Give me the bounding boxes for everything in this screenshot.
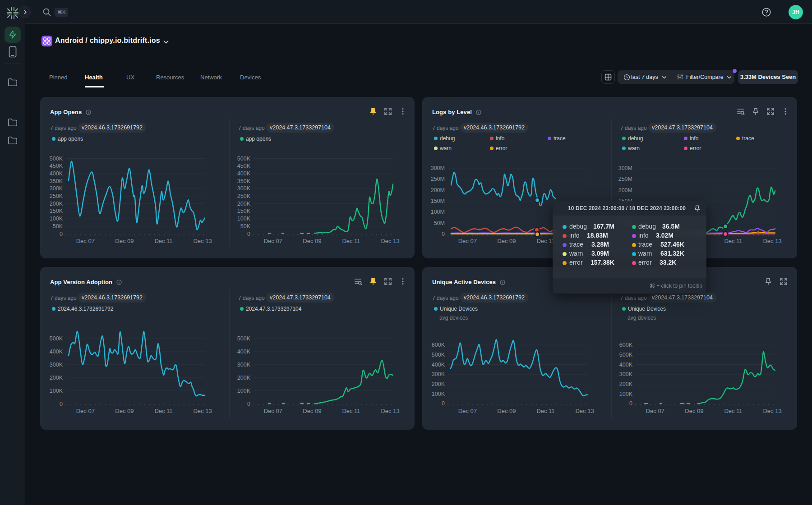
svg-text:Dec 11: Dec 11: [536, 408, 554, 414]
svg-text:Dec 13: Dec 13: [381, 408, 399, 414]
svg-text:Dec 09: Dec 09: [303, 238, 321, 244]
svg-text:Dec 13: Dec 13: [193, 238, 212, 244]
svg-text:100M: 100M: [431, 209, 445, 215]
svg-text:500K: 500K: [50, 156, 63, 162]
svg-text:100K: 100K: [50, 388, 63, 394]
svg-text:Dec 11: Dec 11: [536, 238, 554, 244]
svg-text:350K: 350K: [50, 178, 63, 184]
svg-text:350K: 350K: [237, 178, 251, 184]
svg-text:200K: 200K: [619, 381, 633, 387]
svg-text:Dec 07: Dec 07: [264, 408, 282, 414]
svg-text:Dec 11: Dec 11: [154, 408, 172, 414]
svg-text:300K: 300K: [432, 371, 445, 377]
svg-text:Dec 09: Dec 09: [115, 408, 134, 414]
svg-text:250M: 250M: [618, 176, 632, 182]
svg-text:Dec 13: Dec 13: [763, 238, 781, 244]
svg-text:600K: 600K: [432, 342, 445, 348]
svg-text:150K: 150K: [50, 208, 63, 214]
svg-text:Dec 13: Dec 13: [575, 408, 594, 414]
svg-text:100K: 100K: [237, 388, 251, 394]
svg-text:0: 0: [442, 231, 445, 237]
svg-text:Dec 13: Dec 13: [193, 408, 212, 414]
svg-text:200K: 200K: [50, 201, 63, 207]
svg-text:150K: 150K: [237, 208, 251, 214]
svg-text:Dec 11: Dec 11: [342, 408, 360, 414]
svg-text:500K: 500K: [432, 352, 445, 358]
svg-text:Dec 09: Dec 09: [115, 238, 134, 244]
svg-text:200M: 200M: [431, 187, 445, 193]
svg-text:Dec 11: Dec 11: [154, 238, 172, 244]
svg-text:0: 0: [442, 400, 445, 407]
svg-text:300M: 300M: [431, 165, 445, 171]
svg-text:500K: 500K: [237, 156, 251, 162]
svg-text:250M: 250M: [431, 176, 445, 182]
svg-text:Dec 13: Dec 13: [381, 238, 399, 244]
svg-text:150M: 150M: [431, 198, 445, 204]
svg-text:Dec 07: Dec 07: [458, 408, 477, 414]
svg-text:500K: 500K: [237, 335, 251, 342]
svg-text:250K: 250K: [237, 193, 251, 199]
svg-text:Dec 13: Dec 13: [763, 408, 781, 414]
svg-text:0: 0: [60, 231, 63, 237]
svg-text:0: 0: [60, 401, 63, 407]
svg-text:Dec 07: Dec 07: [76, 408, 95, 414]
svg-text:Dec 09: Dec 09: [685, 408, 703, 414]
svg-text:0: 0: [247, 231, 250, 237]
svg-text:200K: 200K: [432, 381, 445, 387]
svg-text:100K: 100K: [619, 391, 633, 397]
svg-text:Dec 11: Dec 11: [342, 238, 360, 244]
svg-text:400K: 400K: [50, 349, 63, 355]
svg-text:Dec 09: Dec 09: [303, 408, 321, 414]
svg-text:450K: 450K: [237, 163, 251, 169]
svg-text:100K: 100K: [237, 216, 251, 222]
svg-text:400K: 400K: [237, 349, 251, 355]
svg-text:200K: 200K: [237, 375, 251, 381]
svg-text:600K: 600K: [619, 342, 633, 348]
svg-text:300K: 300K: [237, 362, 251, 368]
svg-text:200K: 200K: [237, 201, 251, 207]
svg-text:300M: 300M: [618, 165, 632, 171]
svg-text:500K: 500K: [50, 335, 63, 342]
svg-text:400K: 400K: [237, 170, 251, 177]
svg-text:Dec 09: Dec 09: [497, 408, 516, 414]
svg-text:300K: 300K: [50, 362, 63, 368]
svg-text:Dec 11: Dec 11: [724, 408, 742, 414]
svg-text:300K: 300K: [619, 371, 633, 377]
svg-text:Dec 07: Dec 07: [264, 238, 282, 244]
svg-text:100K: 100K: [432, 391, 445, 397]
svg-text:Dec 07: Dec 07: [646, 408, 664, 414]
svg-text:Dec 11: Dec 11: [724, 238, 742, 244]
svg-text:50M: 50M: [434, 220, 445, 226]
svg-text:50K: 50K: [240, 223, 251, 230]
svg-text:500K: 500K: [619, 352, 633, 358]
svg-text:Dec 07: Dec 07: [76, 238, 95, 244]
svg-text:Dec 07: Dec 07: [458, 238, 477, 244]
svg-text:400K: 400K: [619, 362, 633, 368]
svg-text:300K: 300K: [237, 185, 251, 192]
svg-text:250K: 250K: [50, 193, 63, 199]
svg-text:0: 0: [629, 400, 632, 407]
svg-text:100K: 100K: [50, 216, 63, 222]
svg-text:200M: 200M: [618, 187, 632, 193]
svg-text:400K: 400K: [432, 362, 445, 368]
svg-text:300K: 300K: [50, 185, 63, 192]
svg-text:50K: 50K: [53, 223, 63, 230]
svg-text:0: 0: [247, 401, 250, 407]
svg-text:200K: 200K: [50, 375, 63, 381]
svg-text:400K: 400K: [50, 170, 63, 177]
svg-text:450K: 450K: [50, 163, 63, 169]
svg-text:Dec 09: Dec 09: [497, 238, 516, 244]
